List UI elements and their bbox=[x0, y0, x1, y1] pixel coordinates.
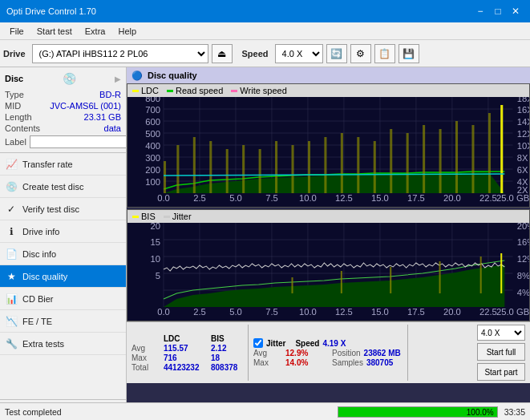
total-row: Total 44123232 808378 bbox=[131, 363, 243, 372]
disc-quality-label: Disc quality bbox=[22, 272, 67, 281]
sidebar-item-verify-test-disc[interactable]: ✓ Verify test disc bbox=[0, 198, 126, 220]
svg-text:10.0: 10.0 bbox=[299, 193, 317, 203]
svg-rect-54 bbox=[275, 141, 277, 193]
svg-rect-62 bbox=[407, 133, 409, 193]
svg-text:2.5: 2.5 bbox=[193, 193, 206, 203]
status-bar: Test completed 100.0% 33:35 bbox=[0, 402, 530, 420]
eject-button[interactable]: ⏏ bbox=[212, 44, 233, 63]
ldc-legend-color bbox=[132, 90, 139, 92]
maximize-button[interactable]: □ bbox=[490, 3, 506, 19]
settings-button[interactable]: ⚙ bbox=[350, 44, 371, 63]
minimize-button[interactable]: − bbox=[472, 3, 488, 19]
svg-text:0.0: 0.0 bbox=[157, 193, 170, 203]
title-bar: Opti Drive Control 1.70 − □ ✕ bbox=[0, 0, 530, 22]
verify-test-disc-icon: ✓ bbox=[5, 203, 18, 216]
start-part-button[interactable]: Start part bbox=[477, 363, 525, 381]
sidebar-item-create-test-disc[interactable]: 💿 Create test disc bbox=[0, 176, 126, 198]
jitter-avg-row: Avg 12.9% Position 23862 MB bbox=[253, 349, 401, 357]
svg-rect-66 bbox=[471, 125, 474, 193]
menu-help[interactable]: Help bbox=[111, 25, 143, 38]
svg-text:5.0: 5.0 bbox=[229, 307, 242, 317]
svg-rect-63 bbox=[423, 125, 425, 193]
svg-rect-68 bbox=[500, 105, 503, 193]
save-button[interactable]: 💾 bbox=[399, 44, 419, 63]
avg-ldc: 115.57 bbox=[164, 344, 208, 353]
svg-text:2.5: 2.5 bbox=[193, 307, 206, 317]
jitter-checkbox[interactable] bbox=[253, 338, 263, 348]
speed-select[interactable]: 4.0 X Max 2.0 X bbox=[275, 44, 323, 63]
svg-rect-60 bbox=[374, 141, 376, 193]
transfer-rate-icon: 📈 bbox=[5, 158, 18, 171]
create-test-disc-label: Create test disc bbox=[22, 182, 83, 192]
top-legend: LDC Read speed Write speed bbox=[127, 84, 529, 97]
fe-te-icon: 📉 bbox=[5, 315, 18, 328]
sidebar-item-extra-tests[interactable]: 🔧 Extra tests bbox=[0, 333, 126, 355]
svg-rect-57 bbox=[324, 137, 326, 193]
svg-text:16X: 16X bbox=[517, 105, 529, 115]
svg-text:17.5: 17.5 bbox=[407, 307, 425, 317]
svg-rect-108 bbox=[390, 267, 391, 293]
svg-text:20%: 20% bbox=[517, 223, 529, 231]
svg-text:22.5: 22.5 bbox=[479, 307, 497, 317]
avg-row: Avg 115.57 2.12 bbox=[131, 344, 243, 353]
svg-rect-61 bbox=[390, 129, 392, 193]
disc-type-key: Type bbox=[5, 90, 24, 99]
svg-text:12%: 12% bbox=[517, 254, 529, 264]
avg-key: Avg bbox=[131, 344, 160, 353]
menu-start-test[interactable]: Start test bbox=[30, 25, 79, 38]
sidebar-item-cd-bier[interactable]: 📊 CD Bier bbox=[0, 288, 126, 310]
svg-text:4%: 4% bbox=[517, 288, 529, 297]
extra-tests-icon: 🔧 bbox=[5, 337, 18, 350]
svg-rect-65 bbox=[455, 121, 458, 193]
svg-text:7.5: 7.5 bbox=[265, 193, 278, 203]
svg-text:20.0: 20.0 bbox=[443, 193, 461, 203]
svg-text:20: 20 bbox=[150, 223, 160, 231]
progress-label: 100.0% bbox=[467, 407, 494, 418]
sidebar-item-disc-info[interactable]: 📄 Disc info bbox=[0, 243, 126, 265]
jitter-avg-val: 12.9% bbox=[285, 349, 326, 357]
menu-file[interactable]: File bbox=[3, 25, 30, 38]
create-test-disc-icon: 💿 bbox=[5, 180, 18, 193]
ldc-header-row: LDC BIS bbox=[131, 334, 243, 343]
svg-text:15.0: 15.0 bbox=[371, 307, 389, 317]
max-ldc: 716 bbox=[164, 353, 208, 362]
samples-val: 380705 bbox=[366, 358, 393, 367]
svg-text:100: 100 bbox=[145, 177, 160, 187]
svg-text:10X: 10X bbox=[517, 141, 529, 151]
start-full-button[interactable]: Start full bbox=[477, 343, 525, 361]
svg-rect-111 bbox=[500, 253, 502, 293]
svg-rect-47 bbox=[164, 161, 166, 193]
jitter-legend-label: Jitter bbox=[172, 212, 192, 221]
sep2 bbox=[407, 325, 408, 381]
chart-title-bar: 🔵 Disc quality bbox=[127, 67, 530, 83]
total-ldc: 44123232 bbox=[164, 363, 208, 372]
menu-extra[interactable]: Extra bbox=[79, 25, 112, 38]
main-content: Disc 💿 ▶ Type BD-R MID JVC-AMS6L (001) L… bbox=[0, 67, 530, 420]
transfer-rate-label: Transfer rate bbox=[22, 160, 73, 169]
svg-rect-59 bbox=[357, 137, 359, 193]
refresh-button[interactable]: 🔄 bbox=[326, 44, 347, 63]
fe-te-label: FE / TE bbox=[22, 317, 52, 326]
max-key: Max bbox=[131, 353, 160, 362]
info-button[interactable]: 📋 bbox=[374, 44, 395, 63]
sidebar-item-fe-te[interactable]: 📉 FE / TE bbox=[0, 310, 126, 333]
avg-bis: 2.12 bbox=[211, 344, 243, 353]
disc-mid-key: MID bbox=[5, 101, 21, 111]
disc-label-input[interactable] bbox=[30, 135, 127, 148]
chart-icon: 🔵 bbox=[131, 71, 143, 81]
bis-legend-color bbox=[132, 216, 139, 218]
speed-dropdown[interactable]: 4.0 X Max 2.0 X bbox=[477, 325, 525, 341]
disc-type-val: BD-R bbox=[99, 90, 121, 99]
sidebar-item-transfer-rate[interactable]: 📈 Transfer rate bbox=[0, 153, 126, 176]
close-button[interactable]: ✕ bbox=[508, 3, 524, 19]
svg-rect-110 bbox=[480, 256, 482, 293]
sidebar-item-disc-quality[interactable]: ★ Disc quality bbox=[0, 265, 126, 288]
max-bis: 18 bbox=[211, 353, 243, 362]
disc-title: Disc bbox=[5, 74, 23, 83]
svg-text:12X: 12X bbox=[517, 129, 529, 139]
sidebar-item-drive-info[interactable]: ℹ Drive info bbox=[0, 220, 126, 243]
drive-select[interactable]: (G:) ATAPI iHBS112 2 PL06 bbox=[32, 44, 208, 63]
write-speed-legend: Write speed bbox=[231, 86, 287, 95]
window-controls: − □ ✕ bbox=[472, 3, 524, 19]
samples-key: Samples bbox=[332, 358, 363, 367]
